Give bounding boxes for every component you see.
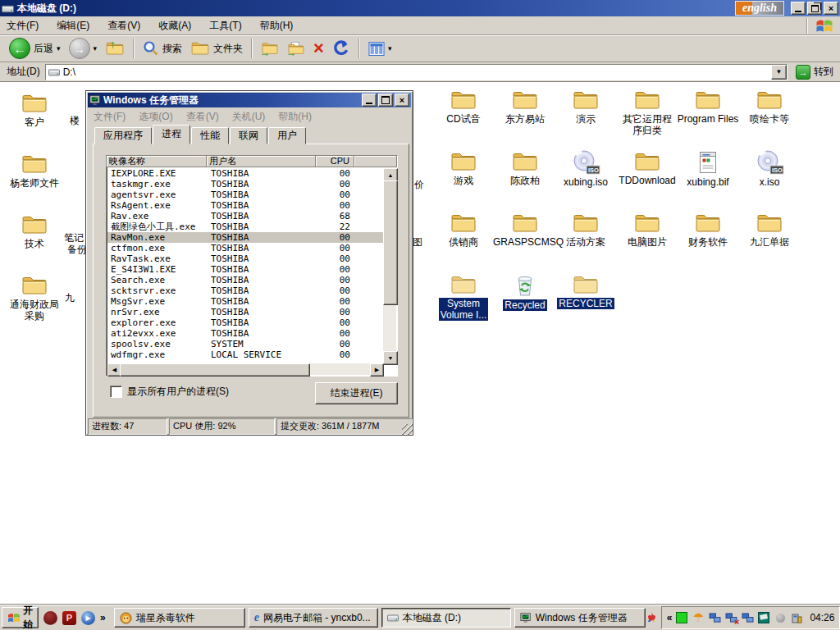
taskbar-button-antivirus[interactable]: 瑞星杀毒软件 [114,608,245,628]
process-row[interactable]: 截图绿色小工具.exeTOSHIBA22 [107,221,384,232]
vscroll-thumb[interactable] [383,180,398,305]
taskbar-button-task-manager[interactable]: Windows 任务管理器 [514,608,646,628]
file-item[interactable]: 演示 [555,89,617,125]
file-item[interactable]: 技术 [3,213,66,249]
file-item[interactable]: Recycled [494,273,556,311]
resize-grip[interactable] [402,424,413,435]
process-row[interactable]: scktsrvr.exeTOSHIBA00 [107,285,384,296]
address-dropdown-button[interactable]: ▼ [771,65,787,80]
file-item[interactable]: xubing.bif [677,150,739,188]
file-item[interactable]: 财务软件 [677,212,739,248]
taskbar-button-local-disk[interactable]: 本地磁盘 (D:) [381,608,511,628]
media-player-icon[interactable]: ▶ [81,611,95,625]
show-all-processes-checkbox[interactable] [110,386,122,398]
address-input[interactable]: D:\ ▼ [45,64,788,80]
menu-edit[interactable]: 编辑(E) [57,19,89,33]
taskbar-button-mail[interactable]: e 网易电子邮箱 - yncxb0... [249,608,378,628]
file-item[interactable]: ISOxubing.iso [555,150,617,188]
tab-applications[interactable]: 应用程序 [94,127,152,144]
hscroll-thumb[interactable] [120,363,310,377]
column-partial[interactable] [354,156,397,167]
network-icon[interactable] [708,611,721,624]
explorer-titlebar[interactable]: 本地磁盘 (D:) english × [0,0,840,16]
tab-performance[interactable]: 性能 [191,127,229,144]
horizontal-scrollbar[interactable]: ◀ ▶ [107,363,384,375]
move-to-button[interactable]: → [257,39,283,57]
file-item[interactable]: 其它运用程 序归类 [616,89,678,136]
tm-minimize-button[interactable] [362,94,377,107]
file-item[interactable]: ISOx.iso [738,150,801,188]
process-row[interactable]: taskmgr.exeTOSHIBA00 [107,179,384,189]
minimize-button[interactable] [791,2,806,15]
tm-menu-file[interactable]: 文件(F) [94,110,126,124]
process-row[interactable]: explorer.exeTOSHIBA00 [107,317,384,328]
process-row[interactable]: Rav.exeTOSHIBA68 [107,211,384,221]
tm-menu-help[interactable]: 帮助(H) [278,110,312,124]
p-app-icon[interactable]: P [62,611,76,625]
up-button[interactable]: ↑ [101,39,129,58]
network-disabled-icon[interactable]: × [724,611,737,624]
process-row[interactable]: IEXPLORE.EXETOSHIBA00 [107,168,384,179]
hardware-icon[interactable] [790,611,803,624]
folders-button[interactable]: 文件夹 [186,39,247,58]
column-user-name[interactable]: 用户名 [207,156,316,167]
tm-menu-shutdown[interactable]: 关机(U) [232,110,266,124]
start-button[interactable]: 开始 [2,607,39,628]
back-button[interactable]: ← 后退 ▾ [5,36,65,61]
vertical-scrollbar[interactable]: ▲ ▼ [383,168,396,365]
menu-help[interactable]: 帮助(H) [260,19,294,33]
copy-to-button[interactable]: → [283,39,309,57]
menu-view[interactable]: 查看(V) [107,19,140,33]
file-item[interactable]: System Volume I... [432,273,495,321]
file-item[interactable]: RECYCLER [555,273,617,309]
file-item[interactable]: 东方易站 [494,89,556,125]
process-row[interactable]: spoolsv.exeSYSTEM00 [107,339,384,349]
menu-file[interactable]: 文件(F) [7,19,39,33]
file-item[interactable]: 九汇单据 [738,212,801,248]
process-row[interactable]: RsAgent.exeTOSHIBA00 [107,200,384,211]
scroll-right-button[interactable]: ▶ [370,363,384,377]
file-item[interactable]: TDDownload [616,150,678,186]
restore-button[interactable] [807,2,822,15]
file-item[interactable]: 通海财政局 采购 [3,274,66,322]
go-button[interactable]: → 转到 [792,64,837,80]
network-icon-2[interactable] [741,611,754,624]
process-row[interactable]: agentsvr.exeTOSHIBA00 [107,189,384,200]
task-manager-titlebar[interactable]: Windows 任务管理器 × [88,93,411,107]
process-row[interactable]: RavTask.exeTOSHIBA00 [107,253,384,264]
tm-menu-view[interactable]: 查看(V) [186,110,219,124]
end-process-button[interactable]: 结束进程(E) [315,382,398,404]
file-item[interactable]: 客户 [3,92,66,128]
file-item[interactable]: CD试音 [432,89,495,125]
status-circle-icon[interactable] [774,611,787,624]
tab-users[interactable]: 用户 [268,127,306,144]
tm-close-button[interactable]: × [395,94,409,107]
process-row[interactable]: nrSvr.exeTOSHIBA00 [107,307,384,317]
process-row[interactable]: Search.exeTOSHIBA00 [107,275,384,285]
process-row[interactable]: ctfmon.exeTOSHIBA00 [107,243,384,253]
process-row[interactable]: MsgSvr.exeTOSHIBA00 [107,296,384,307]
column-cpu[interactable]: CPU [316,156,354,167]
search-button[interactable]: 搜索 [139,39,186,58]
cpu-meter-icon[interactable] [675,611,688,624]
tm-maximize-button[interactable] [378,94,393,107]
file-item[interactable]: 活动方案 [555,212,617,248]
file-item[interactable]: GRASPSCMSQ [494,212,556,248]
file-item[interactable]: 喷绘卡等 [738,89,801,125]
views-button[interactable]: ▾ [364,40,396,57]
antivirus-umbrella-icon[interactable]: ☂ [692,611,705,624]
undo-button[interactable] [328,39,354,58]
file-item[interactable]: 陈政柏 [494,150,556,186]
file-item[interactable]: 供销商 [432,212,495,248]
tab-networking[interactable]: 联网 [230,127,267,144]
menu-favorites[interactable]: 收藏(A) [158,19,191,33]
process-row[interactable]: E_S4I3W1.EXETOSHIBA00 [107,264,384,275]
file-item[interactable]: 游戏 [432,150,495,186]
input-indicator-icon[interactable] [757,611,770,624]
quick-launch-overflow-icon[interactable]: » [100,612,106,623]
process-row[interactable]: RavMon.exeTOSHIBA00 [107,232,384,243]
file-item[interactable]: 杨老师文件 [3,153,66,189]
forward-button[interactable]: → ▾ [65,36,102,61]
menu-tools[interactable]: 工具(T) [209,19,241,33]
delete-button[interactable]: × [309,39,328,58]
